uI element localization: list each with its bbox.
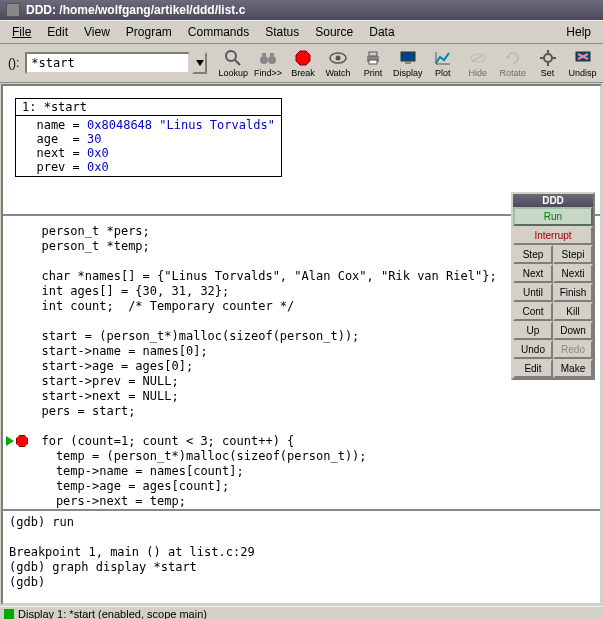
undisp-button[interactable]: Undisp — [566, 47, 599, 79]
binoculars-icon — [257, 48, 279, 68]
titlebar: DDD: /home/wolfgang/artikel/ddd/list.c — [0, 0, 603, 20]
svg-point-20 — [544, 54, 552, 62]
stepi-button[interactable]: Stepi — [553, 245, 593, 264]
run-button[interactable]: Run — [513, 207, 593, 226]
app-icon — [6, 3, 20, 17]
break-button[interactable]: Break — [287, 47, 320, 79]
cont-button[interactable]: Cont — [513, 302, 553, 321]
arg-label: (): — [4, 56, 23, 70]
kill-button[interactable]: Kill — [553, 302, 593, 321]
plot-button[interactable]: Plot — [426, 47, 459, 79]
status-indicator-icon — [4, 609, 14, 619]
display-box-title: 1: *start — [16, 99, 281, 116]
svg-marker-19 — [506, 56, 510, 60]
magnifier-icon — [222, 48, 244, 68]
hide-button[interactable]: Hide — [461, 47, 494, 79]
statusbar: Display 1: *start (enabled, scope main) — [0, 606, 603, 619]
edit-button[interactable]: Edit — [513, 359, 553, 378]
rotate-button[interactable]: Rotate — [496, 47, 529, 79]
svg-rect-14 — [405, 62, 411, 64]
display-box-body: name = 0x8048648 "Linus Torvalds" age = … — [16, 116, 281, 176]
svg-rect-13 — [401, 52, 415, 61]
menu-program[interactable]: Program — [118, 23, 180, 41]
finish-button[interactable]: Finish — [553, 283, 593, 302]
chart-icon — [432, 48, 454, 68]
eye-icon — [327, 48, 349, 68]
svg-marker-0 — [196, 60, 204, 66]
svg-rect-6 — [270, 53, 274, 58]
stop-icon — [292, 48, 314, 68]
menubar: File Edit View Program Commands Status S… — [0, 20, 603, 44]
down-button[interactable]: Down — [553, 321, 593, 340]
set-button[interactable]: Set — [531, 47, 564, 79]
command-tool[interactable]: DDD Run Interrupt StepStepi NextNexti Un… — [511, 192, 595, 380]
menu-data[interactable]: Data — [361, 23, 402, 41]
svg-rect-11 — [369, 52, 377, 56]
svg-marker-7 — [296, 51, 310, 65]
until-button[interactable]: Until — [513, 283, 553, 302]
arg-history-dropdown[interactable] — [192, 52, 207, 74]
undisplay-icon — [572, 48, 594, 68]
undo-button[interactable]: Undo — [513, 340, 553, 359]
svg-rect-12 — [369, 60, 377, 64]
gear-icon — [537, 48, 559, 68]
display-box-1[interactable]: 1: *start name = 0x8048648 "Linus Torval… — [15, 98, 282, 177]
watch-button[interactable]: Watch — [322, 47, 355, 79]
monitor-icon — [397, 48, 419, 68]
toolbar: (): Lookup Find>> Break Watch Print Disp… — [0, 44, 603, 83]
printer-icon — [362, 48, 384, 68]
menu-edit[interactable]: Edit — [39, 23, 76, 41]
menu-commands[interactable]: Commands — [180, 23, 257, 41]
svg-point-9 — [335, 56, 340, 61]
chevron-down-icon — [196, 60, 204, 66]
window-title: DDD: /home/wolfgang/artikel/ddd/list.c — [26, 3, 245, 17]
gdb-console[interactable]: (gdb) run Breakpoint 1, main () at list.… — [3, 511, 600, 603]
lookup-button[interactable]: Lookup — [217, 47, 250, 79]
menu-view[interactable]: View — [76, 23, 118, 41]
redo-button[interactable]: Redo — [553, 340, 593, 359]
status-text: Display 1: *start (enabled, scope main) — [18, 608, 207, 619]
make-button[interactable]: Make — [553, 359, 593, 378]
menu-help[interactable]: Help — [558, 23, 599, 41]
menu-source[interactable]: Source — [307, 23, 361, 41]
command-tool-title: DDD — [513, 194, 593, 207]
menu-status[interactable]: Status — [257, 23, 307, 41]
svg-rect-5 — [262, 53, 266, 58]
step-button[interactable]: Step — [513, 245, 553, 264]
arg-input[interactable] — [25, 52, 190, 74]
svg-point-1 — [226, 51, 236, 61]
hide-icon — [467, 48, 489, 68]
nexti-button[interactable]: Nexti — [553, 264, 593, 283]
display-button[interactable]: Display — [391, 47, 424, 79]
up-button[interactable]: Up — [513, 321, 553, 340]
find-button[interactable]: Find>> — [252, 47, 285, 79]
next-button[interactable]: Next — [513, 264, 553, 283]
svg-line-2 — [235, 60, 240, 65]
print-button[interactable]: Print — [356, 47, 389, 79]
interrupt-button[interactable]: Interrupt — [513, 226, 593, 245]
menu-file[interactable]: File — [4, 23, 39, 41]
rotate-icon — [502, 48, 524, 68]
